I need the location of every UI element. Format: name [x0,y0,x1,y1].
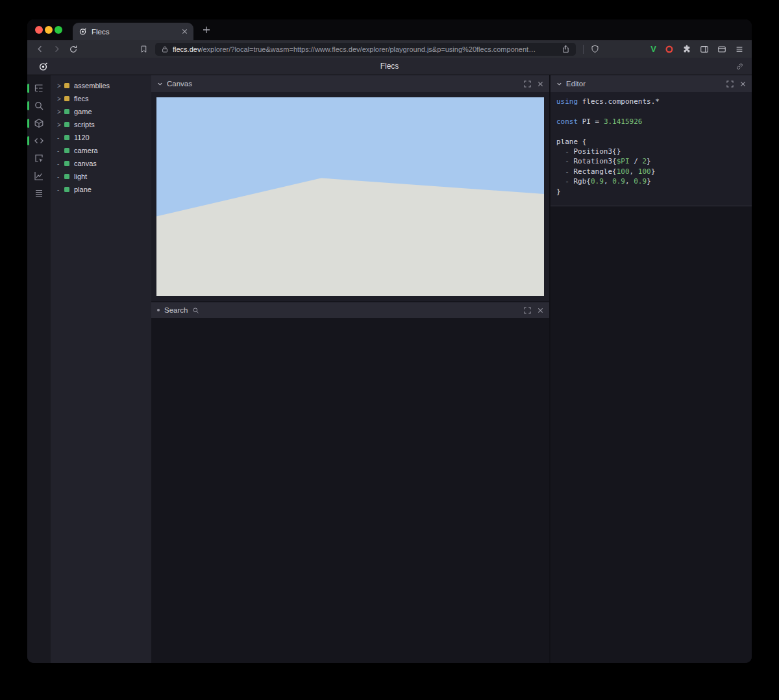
tree-item-game[interactable]: >game [51,105,151,118]
code-line: plane { [556,137,746,147]
code-line [556,106,746,116]
entity-kind-square [64,83,69,88]
editor-panel-title: Editor [566,80,586,88]
inspect-panel-icon[interactable] [34,153,44,163]
tree-item-label: flecs [74,95,89,103]
url-domain: flecs.dev [173,45,201,53]
search-bullet-icon [157,309,160,311]
search-expand-icon[interactable] [524,307,531,314]
search-panel-title: Search [164,306,188,314]
tree-item-1120[interactable]: -1120 [51,131,151,144]
search-close-icon[interactable] [538,308,543,313]
main-empty-area [151,318,549,663]
new-tab-button[interactable] [199,22,214,38]
code-line [556,127,746,136]
tree-item-camera[interactable]: -camera [51,144,151,157]
tree-item-assemblies[interactable]: >assemblies [51,79,151,92]
canvas-panel-title: Canvas [167,80,192,88]
tree-item-label: 1120 [74,134,90,141]
editor-panel-header: Editor [550,75,752,92]
search-panel-icon[interactable] [34,101,44,111]
window-close-button[interactable] [35,26,43,34]
leaf-dash-icon: - [57,173,64,180]
tree-list: >assemblies>flecs>game>scripts-1120-came… [51,75,151,663]
url-text: flecs.dev/explorer/?local=true&wasm=http… [173,45,558,53]
extensions-puzzle-icon[interactable] [682,45,691,54]
code-line: const PI = 3.1415926 [556,117,746,127]
tab-close-icon[interactable] [182,29,188,34]
forward-button[interactable] [52,44,62,54]
canvas-render[interactable] [156,97,544,296]
editor-code[interactable]: using flecs.components.* const PI = 3.14… [550,92,752,206]
tree-item-label: game [74,108,92,115]
search-panel-header: Search [151,302,549,318]
tree-item-scripts[interactable]: >scripts [51,118,151,131]
tree-item-label: scripts [74,121,95,128]
app-header: Flecs [27,58,752,75]
entity-kind-square [64,187,69,192]
code-line: - Rectangle{100, 100} [556,167,746,176]
address-bar[interactable]: flecs.dev/explorer/?local=true&wasm=http… [155,43,576,56]
expand-chevron-icon[interactable]: > [57,108,64,115]
url-path: /explorer/?local=true&wasm=https://www.f… [201,45,536,53]
tree-item-label: plane [74,186,92,193]
v-extension-icon[interactable]: V [650,45,656,53]
record-extension-icon[interactable] [665,45,674,54]
stats-panel-icon[interactable] [34,171,44,181]
back-button[interactable] [35,44,45,54]
canvas-panel-icon[interactable] [34,118,44,128]
entity-kind-square [64,174,69,179]
chevron-down-icon[interactable] [556,81,562,87]
share-link-icon[interactable] [736,62,744,71]
sidebar-toggle-icon[interactable] [700,45,709,54]
lock-icon [161,45,169,53]
window-zoom-button[interactable] [55,26,62,34]
entity-kind-square [64,122,69,127]
code-line: - Rotation3{$PI / 2} [556,156,746,166]
tab-favicon-icon [79,27,87,36]
entity-kind-square [64,109,69,114]
toolbar-divider [583,45,584,54]
left-icon-strip [27,75,51,663]
editor-panel-icon[interactable] [34,136,44,146]
toolbar-extensions: V [650,45,744,54]
editor-column: Editor using flecs.components.* const PI… [550,75,752,663]
wallet-icon[interactable] [717,45,726,54]
tab-title: Flecs [92,28,177,36]
tree-item-label: light [74,173,87,180]
menu-icon[interactable] [735,45,744,54]
code-line: using flecs.components.* [556,97,746,106]
canvas-expand-icon[interactable] [524,80,531,88]
window-controls [35,26,62,34]
leaf-dash-icon: - [57,186,64,193]
code-line: } [556,187,746,197]
browser-tab[interactable]: Flecs [73,23,193,40]
editor-close-icon[interactable] [740,81,746,87]
app-content: >assemblies>flecs>game>scripts-1120-came… [27,75,752,663]
expand-chevron-icon[interactable]: > [57,82,64,90]
expand-chevron-icon[interactable]: > [57,121,64,128]
entity-kind-square [64,148,69,153]
bookmark-icon[interactable] [140,45,148,53]
code-line: - Rgb{0.9, 0.9, 0.9} [556,176,746,186]
chevron-down-icon[interactable] [157,81,163,87]
tree-item-flecs[interactable]: >flecs [51,92,151,105]
expand-chevron-icon[interactable]: > [57,95,64,103]
page-title: Flecs [27,62,752,71]
share-icon[interactable] [562,45,570,53]
canvas-close-icon[interactable] [538,81,543,87]
browser-window: Flecs flecs.dev/explorer/?local=true&was… [27,19,752,663]
window-minimize-button[interactable] [45,26,53,34]
tree-item-plane[interactable]: -plane [51,183,151,196]
reload-button[interactable] [69,45,78,54]
canvas-panel-header: Canvas [151,75,549,92]
tree-item-canvas[interactable]: -canvas [51,157,151,170]
queries-panel-icon[interactable] [34,188,44,199]
tree-item-light[interactable]: -light [51,170,151,183]
shield-icon[interactable] [591,45,599,53]
entity-kind-square [64,96,69,101]
tree-panel-icon[interactable] [34,83,44,93]
editor-expand-icon[interactable] [726,80,734,88]
main-column: Canvas Search [151,75,549,663]
search-magnifier-icon[interactable] [192,307,199,314]
